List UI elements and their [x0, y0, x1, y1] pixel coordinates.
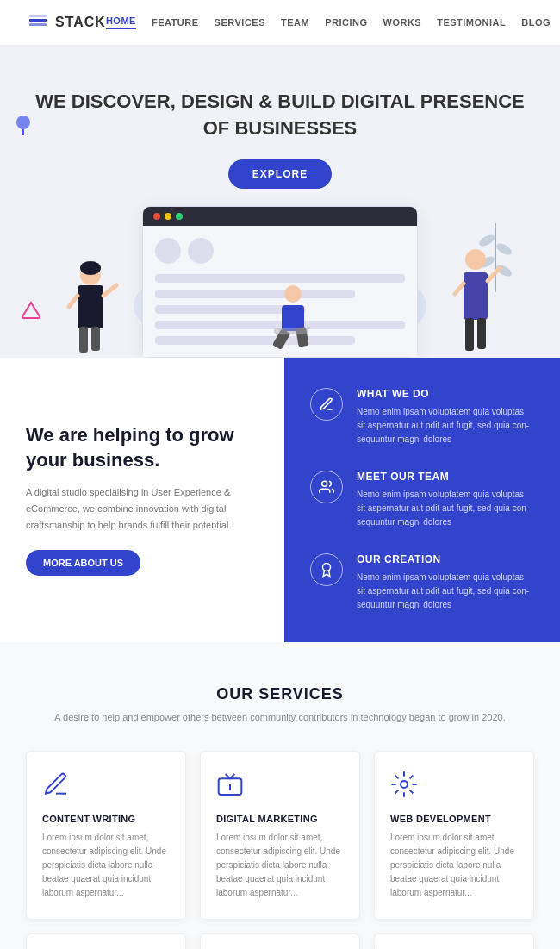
about-item-title: OUR CREATION [357, 553, 534, 565]
svg-rect-23 [274, 328, 308, 334]
svg-rect-15 [465, 318, 474, 351]
service-card-ios-android: IOS & ANDROID Lorem ipsum dolor sit amet… [26, 933, 186, 949]
navbar: STACK HOME FEATURE SERVICES TEAM PRICING… [0, 0, 560, 46]
services-title: OUR SERVICES [26, 685, 534, 703]
service-card-uiux: UI/UX DESIGN Lorem ipsum dolor sit amet,… [200, 933, 360, 949]
about-item-desc: Nemo enim ipsam voluptatem quia voluptas… [357, 571, 534, 612]
meet-team-icon [310, 471, 343, 503]
about-item-title: WHAT WE DO [357, 388, 534, 400]
nav-pricing[interactable]: PRICING [325, 17, 367, 28]
hero-illustration [26, 206, 534, 358]
nav-home[interactable]: HOME [106, 16, 136, 29]
explore-button[interactable]: EXPLORE [228, 159, 332, 189]
nav-services[interactable]: SERVICES [215, 17, 265, 28]
figure-sitting [270, 281, 317, 353]
what-we-do-icon [310, 388, 343, 421]
browser-dot-yellow [165, 213, 171, 220]
deco-pin-left [16, 115, 31, 139]
svg-point-30 [323, 563, 331, 571]
service-desc: Lorem ipsum dolor sit amet, consectetur … [42, 831, 170, 900]
svg-rect-20 [282, 305, 304, 331]
about-item-desc: Nemo enim ipsam voluptatem quia voluptas… [357, 488, 534, 529]
about-item-meet-team: MEET OUR TEAM Nemo enim ipsam voluptatem… [310, 471, 534, 529]
nav-works[interactable]: WORKS [383, 17, 422, 28]
svg-line-11 [103, 285, 116, 296]
svg-point-19 [284, 285, 302, 303]
svg-rect-1 [29, 23, 47, 26]
hero-title: WE DISCOVER, DESIGN & BUILD DIGITAL PRES… [26, 89, 534, 142]
service-name: CONTENT WRITING [42, 814, 170, 824]
about-description: A digital studio specialising in User Ex… [26, 484, 258, 533]
service-card-content-writing: CONTENT WRITING Lorem ipsum dolor sit am… [26, 751, 186, 920]
nav-team[interactable]: TEAM [281, 17, 309, 28]
digital-marketing-icon [216, 771, 344, 802]
svg-point-3 [16, 116, 30, 129]
about-item-content: MEET OUR TEAM Nemo enim ipsam voluptatem… [357, 471, 534, 529]
content-writing-icon [42, 771, 170, 802]
creation-icon [310, 553, 343, 586]
svg-rect-10 [91, 327, 100, 351]
logo-icon [26, 10, 50, 34]
nav-testimonial[interactable]: TESTIMONIAL [437, 17, 506, 28]
logo[interactable]: STACK [26, 10, 106, 34]
browser-row [155, 336, 355, 345]
service-card-digital-marketing: DIGITAL MARKETING Lorem ipsum dolor sit … [200, 751, 360, 920]
about-title: We are helping to grow your business. [26, 423, 258, 472]
nav-blog[interactable]: BLOG [521, 17, 551, 28]
browser-bar [143, 207, 417, 226]
about-button[interactable]: MORE ABOUT US [26, 550, 140, 576]
about-right: WHAT WE DO Nemo enim ipsam voluptatem qu… [284, 358, 560, 642]
service-name: WEB DEVELOPMENT [390, 814, 518, 824]
svg-point-8 [80, 261, 101, 275]
web-development-icon [390, 771, 518, 802]
svg-rect-9 [79, 327, 88, 353]
svg-point-29 [322, 481, 327, 486]
services-section: OUR SERVICES A desire to help and empowe… [0, 642, 560, 949]
about-item-creation: OUR CREATION Nemo enim ipsam voluptatem … [310, 553, 534, 612]
service-desc: Lorem ipsum dolor sit amet, consectetur … [216, 831, 344, 900]
svg-rect-14 [464, 272, 488, 320]
svg-line-12 [69, 296, 78, 307]
figure-woman [60, 242, 121, 358]
about-item-title: MEET OUR TEAM [357, 471, 534, 483]
about-left: We are helping to grow your business. A … [0, 358, 284, 642]
svg-rect-6 [78, 285, 103, 328]
about-item-content: OUR CREATION Nemo enim ipsam voluptatem … [357, 553, 534, 612]
figure-man [448, 234, 504, 358]
svg-point-13 [465, 249, 486, 270]
about-item-desc: Nemo enim ipsam voluptatem quia voluptas… [357, 405, 534, 446]
browser-dot-red [153, 213, 160, 220]
about-item-content: WHAT WE DO Nemo enim ipsam voluptatem qu… [357, 388, 534, 446]
svg-rect-2 [29, 15, 47, 17]
nav-links: HOME FEATURE SERVICES TEAM PRICING WORKS… [106, 16, 560, 29]
about-section: We are helping to grow your business. A … [0, 358, 560, 642]
browser-row [155, 290, 355, 298]
nav-feature[interactable]: FEATURE [152, 17, 199, 28]
services-subtitle: A desire to help and empower others betw… [26, 710, 534, 726]
svg-point-33 [401, 781, 408, 788]
svg-rect-16 [477, 318, 486, 349]
service-card-branding: BRANDING & IDENTITY Lorem ipsum dolor si… [374, 933, 534, 949]
service-desc: Lorem ipsum dolor sit amet, consectetur … [390, 831, 518, 900]
svg-rect-0 [29, 19, 47, 22]
svg-line-18 [455, 284, 464, 294]
service-name: DIGITAL MARKETING [216, 814, 344, 824]
hero-section: WE DISCOVER, DESIGN & BUILD DIGITAL PRES… [0, 46, 560, 358]
service-card-web-development: WEB DEVELOPMENT Lorem ipsum dolor sit am… [374, 751, 534, 920]
about-item-what-we-do: WHAT WE DO Nemo enim ipsam voluptatem qu… [310, 388, 534, 446]
browser-dot-green [176, 213, 183, 220]
services-grid: CONTENT WRITING Lorem ipsum dolor sit am… [26, 751, 534, 949]
logo-text: STACK [55, 15, 106, 30]
svg-line-17 [488, 268, 500, 281]
